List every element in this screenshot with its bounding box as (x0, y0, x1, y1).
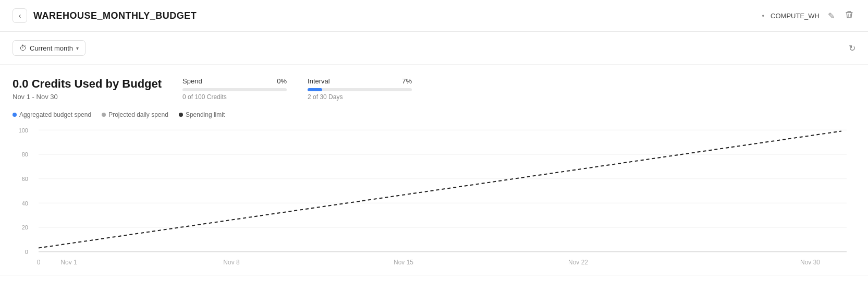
interval-label: Interval (308, 77, 330, 85)
svg-text:Nov 15: Nov 15 (394, 258, 413, 265)
svg-text:60: 60 (22, 176, 28, 182)
interval-stat: Interval 7% 2 of 30 Days (308, 77, 412, 101)
page-title: WAREHOUSE_MONTHLY_BUDGET (33, 10, 197, 21)
legend-label-spending-limit: Spending limit (186, 111, 225, 118)
date-range: Nov 1 - Nov 30 (13, 93, 162, 101)
period-selector[interactable]: ⏱ Current month ▾ (13, 40, 85, 56)
legend-dot-black (179, 113, 183, 117)
svg-text:80: 80 (22, 151, 28, 157)
stats-row: 0.0 Credits Used by Budget Nov 1 - Nov 3… (13, 77, 855, 101)
svg-text:40: 40 (22, 200, 28, 206)
legend-item-projected: Projected daily spend (102, 111, 168, 118)
svg-text:Nov 1: Nov 1 (60, 258, 77, 265)
legend-label-projected: Projected daily spend (108, 111, 168, 118)
svg-text:0: 0 (37, 258, 41, 265)
legend-item-spending-limit: Spending limit (179, 111, 225, 118)
clock-icon: ⏱ (19, 44, 27, 52)
chart-legend: Aggregated budget spend Projected daily … (13, 111, 855, 118)
chart-svg: 100 80 60 40 20 0 0 Nov 1 Nov 8 Nov 15 N… (13, 125, 855, 271)
svg-text:100: 100 (19, 127, 28, 133)
svg-text:Nov 8: Nov 8 (223, 258, 240, 265)
legend-dot-gray (102, 113, 106, 117)
interval-percent: 7% (402, 77, 412, 85)
svg-text:0: 0 (25, 249, 28, 255)
credits-used-value: 0.0 Credits Used by Budget (13, 77, 162, 91)
bottom-border (0, 275, 868, 275)
edit-button[interactable]: ✎ (826, 9, 837, 23)
svg-text:Nov 30: Nov 30 (800, 258, 820, 265)
refresh-button[interactable]: ↻ (849, 43, 855, 53)
interval-progress-bg (308, 88, 412, 91)
spend-header: Spend 0% (182, 77, 287, 85)
svg-line-19 (39, 131, 841, 248)
spend-sub: 0 of 100 Credits (182, 93, 287, 101)
interval-sub: 2 of 30 Days (308, 93, 412, 101)
svg-text:Nov 22: Nov 22 (568, 258, 588, 265)
content-area: 0.0 Credits Used by Budget Nov 1 - Nov 3… (0, 65, 868, 271)
interval-progress-fill (308, 88, 322, 91)
legend-dot-blue (13, 113, 17, 117)
header-right: • COMPUTE_WH ✎ (762, 8, 855, 23)
credits-stat: 0.0 Credits Used by Budget Nov 1 - Nov 3… (13, 77, 162, 101)
spend-progress-bg (182, 88, 287, 91)
legend-label-aggregated: Aggregated budget spend (19, 111, 91, 118)
spend-label: Spend (182, 77, 202, 85)
spend-percent: 0% (277, 77, 287, 85)
interval-header: Interval 7% (308, 77, 412, 85)
svg-text:20: 20 (22, 224, 28, 231)
warehouse-name: COMPUTE_WH (771, 12, 820, 20)
header-left: ‹ WAREHOUSE_MONTHLY_BUDGET (13, 8, 197, 23)
legend-item-aggregated: Aggregated budget spend (13, 111, 91, 118)
spend-stat: Spend 0% 0 of 100 Credits (182, 77, 287, 101)
chevron-down-icon: ▾ (76, 45, 79, 51)
delete-button[interactable] (843, 8, 855, 23)
period-label: Current month (30, 44, 73, 52)
dot-separator: • (762, 12, 765, 20)
back-button[interactable]: ‹ (13, 8, 27, 23)
chart-area: 100 80 60 40 20 0 0 Nov 1 Nov 8 Nov 15 N… (13, 125, 855, 271)
page-header: ‹ WAREHOUSE_MONTHLY_BUDGET • COMPUTE_WH … (0, 0, 868, 32)
toolbar: ⏱ Current month ▾ ↻ (0, 32, 868, 65)
